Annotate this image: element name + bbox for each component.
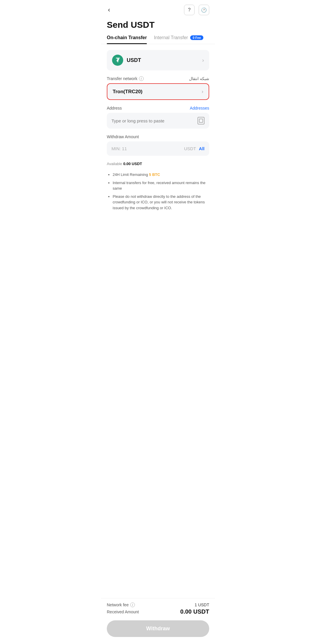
page-title: Send USDT bbox=[101, 18, 215, 35]
coin-selector-chevron: › bbox=[202, 57, 204, 63]
bottom-bar: Network fee i 1 USDT Received Amount 0.0… bbox=[101, 598, 215, 644]
network-label-row: Transfer network i شبکه انتقال bbox=[107, 76, 209, 81]
available-balance: Available 0.00 USDT bbox=[107, 162, 209, 166]
addresses-link[interactable]: Addresses bbox=[190, 106, 209, 110]
history-icon-button[interactable]: 🕐 bbox=[199, 5, 209, 15]
amount-input-wrapper: MIN: 11 USDT All bbox=[107, 141, 209, 156]
network-chevron: › bbox=[202, 89, 203, 95]
address-section: Address Addresses bbox=[107, 106, 209, 129]
internal-transfer-fee-badge: 0 Fee bbox=[190, 35, 203, 40]
top-icons: ? 🕐 bbox=[184, 5, 209, 15]
info-list: 24H Limit Remaining 5 BTC Internal trans… bbox=[107, 172, 209, 211]
top-bar: ‹ ? 🕐 bbox=[101, 0, 215, 18]
network-label: Transfer network i bbox=[107, 76, 144, 81]
received-amount-value: 0.00 USDT bbox=[180, 608, 209, 615]
network-fee-label: Network fee i bbox=[107, 603, 135, 607]
received-amount-label: Received Amount bbox=[107, 610, 139, 614]
withdraw-amount-label: Withdraw Amount bbox=[107, 134, 209, 139]
scan-qr-icon[interactable] bbox=[197, 117, 205, 124]
withdraw-button[interactable]: Withdraw bbox=[107, 620, 209, 637]
network-selector[interactable]: Tron(TRC20) › bbox=[107, 83, 209, 100]
main-content: ₮ USDT › Transfer network i شبکه انتقال … bbox=[101, 44, 215, 246]
coin-name: USDT bbox=[127, 57, 141, 63]
limit-value: 5 BTC bbox=[149, 172, 160, 177]
address-label: Address bbox=[107, 106, 122, 110]
network-name: Tron(TRC20) bbox=[113, 89, 142, 95]
coin-icon: ₮ bbox=[112, 55, 123, 66]
address-label-row: Address Addresses bbox=[107, 106, 209, 110]
withdraw-section: Withdraw Amount MIN: 11 USDT All bbox=[107, 134, 209, 156]
tab-internal[interactable]: Internal Transfer 0 Fee bbox=[154, 35, 203, 44]
address-input[interactable] bbox=[111, 118, 197, 123]
info-item-ico: Please do not withdraw directly to the a… bbox=[113, 194, 209, 211]
info-item-internal: Internal transfers for free, received am… bbox=[113, 180, 209, 191]
clock-icon: 🕐 bbox=[201, 7, 207, 13]
info-item-limit: 24H Limit Remaining 5 BTC bbox=[113, 172, 209, 178]
all-button[interactable]: All bbox=[199, 146, 205, 151]
coin-left: ₮ USDT bbox=[112, 55, 141, 66]
amount-right: USDT All bbox=[184, 146, 205, 151]
tab-on-chain[interactable]: On-chain Transfer bbox=[107, 35, 147, 44]
network-info-icon[interactable]: i bbox=[139, 76, 144, 81]
network-fee-value: 1 USDT bbox=[195, 603, 209, 607]
address-input-wrapper bbox=[107, 113, 209, 129]
back-button[interactable]: ‹ bbox=[107, 5, 111, 15]
min-hint: MIN: 11 bbox=[111, 146, 127, 151]
available-value: 0.00 USDT bbox=[123, 162, 142, 166]
received-row: Received Amount 0.00 USDT bbox=[107, 608, 209, 615]
help-icon: ? bbox=[188, 7, 191, 13]
coin-selector[interactable]: ₮ USDT › bbox=[107, 50, 209, 70]
tab-bar: On-chain Transfer Internal Transfer 0 Fe… bbox=[101, 35, 215, 44]
fee-row: Network fee i 1 USDT bbox=[107, 603, 209, 607]
currency-label: USDT bbox=[184, 146, 196, 151]
network-label-fa: شبکه انتقال bbox=[189, 76, 209, 81]
fee-info-icon[interactable]: i bbox=[130, 603, 135, 607]
help-icon-button[interactable]: ? bbox=[184, 5, 195, 15]
